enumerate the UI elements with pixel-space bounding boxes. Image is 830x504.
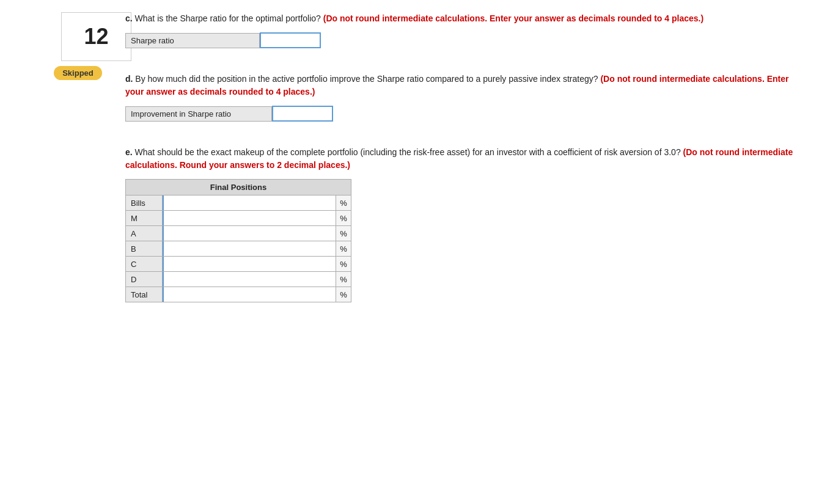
input-cell-d[interactable] bbox=[163, 272, 336, 287]
percent-cell-total: % bbox=[336, 287, 351, 302]
row-input-b[interactable] bbox=[163, 241, 336, 256]
part-e-section: e. What should be the exact makeup of th… bbox=[125, 146, 806, 302]
input-cell-m[interactable] bbox=[163, 211, 336, 226]
part-c-question: c. What is the Sharpe ratio for the opti… bbox=[125, 12, 806, 25]
part-d-question: d. By how much did the position in the a… bbox=[125, 73, 806, 98]
row-input-a[interactable] bbox=[163, 226, 336, 241]
row-label-m: M bbox=[126, 211, 163, 226]
percent-cell-d: % bbox=[336, 272, 351, 287]
row-label-total: Total bbox=[126, 287, 163, 302]
table-row: A% bbox=[126, 226, 351, 241]
skipped-badge: Skipped bbox=[54, 66, 102, 80]
input-cell-a[interactable] bbox=[163, 226, 336, 241]
part-c-section: c. What is the Sharpe ratio for the opti… bbox=[125, 12, 806, 48]
row-label-b: B bbox=[126, 241, 163, 257]
row-input-c[interactable] bbox=[163, 257, 336, 271]
improvement-label: Improvement in Sharpe ratio bbox=[125, 106, 272, 122]
row-input-bills[interactable] bbox=[163, 195, 336, 210]
sharpe-ratio-label: Sharpe ratio bbox=[125, 33, 260, 48]
improvement-row: Improvement in Sharpe ratio bbox=[125, 106, 806, 122]
part-e-text-content: What should be the exact makeup of the c… bbox=[135, 147, 681, 157]
part-c-text-content: What is the Sharpe ratio for the optimal… bbox=[135, 13, 321, 23]
row-input-d[interactable] bbox=[163, 272, 336, 287]
sharpe-ratio-row: Sharpe ratio bbox=[125, 32, 806, 48]
percent-cell-m: % bbox=[336, 211, 351, 226]
part-e-label: e. bbox=[125, 147, 133, 157]
percent-cell-a: % bbox=[336, 226, 351, 241]
table-row: Bills% bbox=[126, 195, 351, 211]
part-d-label: d. bbox=[125, 74, 133, 84]
input-cell-bills[interactable] bbox=[163, 195, 336, 211]
part-c-label: c. bbox=[125, 13, 133, 23]
row-label-a: A bbox=[126, 226, 163, 241]
input-cell-b[interactable] bbox=[163, 241, 336, 257]
part-c-instruction: (Do not round intermediate calculations.… bbox=[323, 13, 703, 23]
table-header: Final Positions bbox=[126, 180, 351, 195]
row-input-total[interactable] bbox=[163, 287, 336, 302]
input-cell-c[interactable] bbox=[163, 257, 336, 272]
row-input-m[interactable] bbox=[163, 211, 336, 225]
percent-cell-b: % bbox=[336, 241, 351, 257]
part-d-text-content: By how much did the position in the acti… bbox=[135, 74, 598, 84]
part-d-section: d. By how much did the position in the a… bbox=[125, 73, 806, 122]
percent-cell-c: % bbox=[336, 257, 351, 272]
improvement-input[interactable] bbox=[272, 106, 333, 122]
table-row: M% bbox=[126, 211, 351, 226]
final-positions-table-container: Final Positions Bills%M%A%B%C%D%Total% bbox=[125, 179, 806, 302]
part-e-question: e. What should be the exact makeup of th… bbox=[125, 146, 806, 172]
table-row: B% bbox=[126, 241, 351, 257]
percent-cell-bills: % bbox=[336, 195, 351, 211]
sharpe-ratio-input[interactable] bbox=[260, 32, 321, 48]
input-cell-total[interactable] bbox=[163, 287, 336, 302]
row-label-d: D bbox=[126, 272, 163, 287]
table-row: Total% bbox=[126, 287, 351, 302]
row-label-bills: Bills bbox=[126, 195, 163, 211]
row-label-c: C bbox=[126, 257, 163, 272]
final-positions-table: Final Positions Bills%M%A%B%C%D%Total% bbox=[125, 179, 351, 302]
table-row: D% bbox=[126, 272, 351, 287]
table-row: C% bbox=[126, 257, 351, 272]
